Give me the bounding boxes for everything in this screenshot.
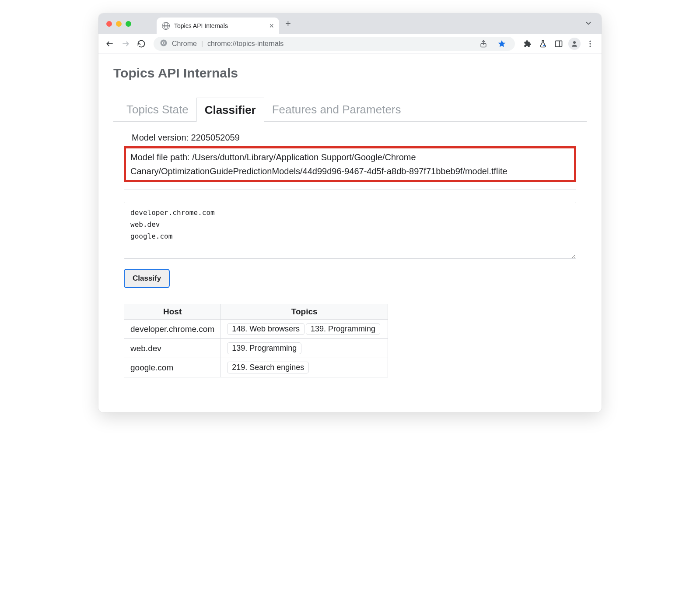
page-tabs: Topics State Classifier Features and Par… [113,97,587,122]
menu-icon[interactable] [583,37,597,51]
page-content: Topics API Internals Topics State Classi… [98,53,602,412]
svg-point-13 [589,46,591,47]
omnibox-scheme-label: Chrome [172,40,197,48]
table-header-topics: Topics [221,304,388,320]
close-window-button[interactable] [106,21,112,27]
svg-point-7 [543,45,545,46]
minimize-window-button[interactable] [116,21,122,27]
back-button[interactable] [103,37,117,51]
page-title: Topics API Internals [113,66,587,81]
topic-chip: 139. Programming [306,323,380,335]
tab-strip: Topics API Internals × + [98,13,602,34]
table-cell-topics: 148. Web browsers139. Programming [221,320,388,339]
share-icon[interactable] [476,37,490,51]
table-cell-topics: 139. Programming [221,339,388,358]
results-table: Host Topics developer.chrome.com148. Web… [124,304,388,377]
extensions-icon[interactable] [520,37,534,51]
topic-chip: 219. Search engines [227,362,309,373]
tab-title: Topics API Internals [174,22,265,29]
browser-tab[interactable]: Topics API Internals × [157,18,279,34]
svg-point-11 [589,40,591,42]
table-cell-host: developer.chrome.com [124,320,221,339]
tab-topics-state[interactable]: Topics State [119,98,196,122]
table-row: developer.chrome.com148. Web browsers139… [124,320,388,339]
omnibox-divider: | [201,40,203,48]
browser-window: Topics API Internals × + Chrome | chrome… [98,13,602,412]
browser-toolbar: Chrome | chrome://topics-internals [98,34,602,53]
tab-features-parameters[interactable]: Features and Parameters [264,98,409,122]
forward-button[interactable] [119,37,133,51]
profile-avatar[interactable] [567,37,581,51]
svg-point-12 [589,43,591,44]
tabs-dropdown-icon[interactable] [575,19,602,29]
classifier-panel: Model version: 2205052059 Model file pat… [113,122,587,386]
svg-rect-8 [556,41,562,46]
table-row: google.com219. Search engines [124,358,388,377]
maximize-window-button[interactable] [126,21,131,27]
globe-icon [162,22,170,30]
table-row: web.dev139. Programming [124,339,388,358]
table-header-host: Host [124,304,221,320]
svg-point-10 [573,41,576,44]
svg-point-4 [163,42,165,44]
model-file-path-highlight: Model file path: /Users/dutton/Library/A… [124,146,576,182]
chrome-icon [160,39,168,49]
classify-button[interactable]: Classify [124,269,170,288]
topic-chip: 139. Programming [227,342,301,354]
omnibox-url: chrome://topics-internals [207,40,284,48]
hosts-input[interactable] [124,202,576,259]
divider [124,189,576,190]
address-bar[interactable]: Chrome | chrome://topics-internals [154,37,515,51]
model-version-text: Model version: 2205052059 [124,130,576,144]
side-panel-icon[interactable] [552,37,566,51]
table-cell-host: web.dev [124,339,221,358]
bookmark-star-icon[interactable] [495,37,509,51]
table-cell-topics: 219. Search engines [221,358,388,377]
table-cell-host: google.com [124,358,221,377]
window-controls [98,21,139,27]
topic-chip: 148. Web browsers [227,323,304,335]
reload-button[interactable] [134,37,148,51]
content-panel: Topics State Classifier Features and Par… [113,97,587,386]
svg-marker-6 [498,40,506,47]
new-tab-button[interactable]: + [279,18,297,29]
labs-icon[interactable] [536,37,550,51]
close-tab-icon[interactable]: × [269,21,274,31]
tab-classifier[interactable]: Classifier [196,98,264,122]
